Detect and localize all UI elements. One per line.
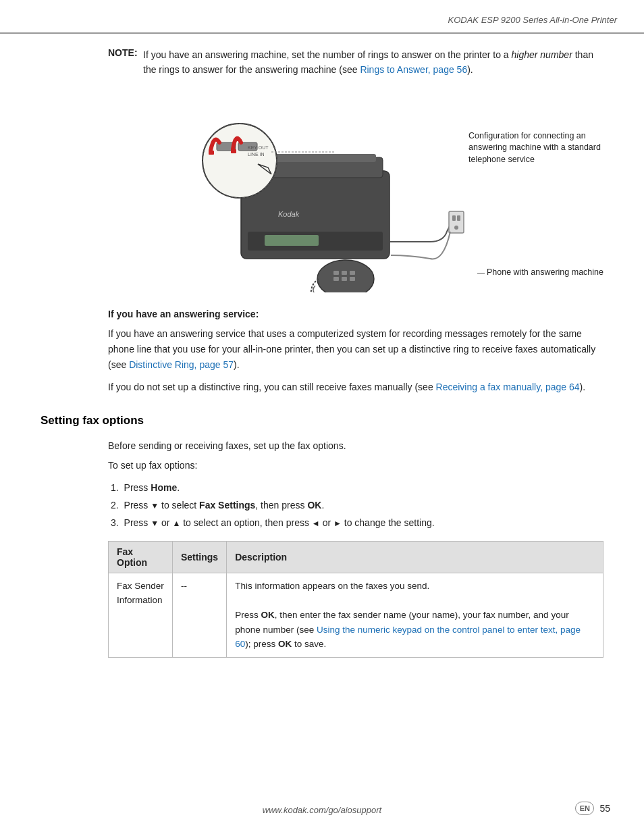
setting-fax-section: Setting fax options Before sending or re…	[41, 414, 603, 658]
note-text: If you have an answering machine, set th…	[143, 47, 603, 78]
fax-options-table: Fax Option Settings Description Fax Send…	[108, 541, 603, 658]
fax-settings-label: Fax Settings	[199, 500, 255, 511]
answering-para1: If you have an answering service that us…	[108, 326, 603, 373]
col-description: Description	[227, 541, 603, 573]
svg-rect-19	[333, 271, 339, 275]
svg-rect-3	[265, 235, 319, 246]
page-number: 55	[599, 803, 610, 814]
setting-fax-heading: Setting fax options	[41, 414, 603, 427]
rings-to-answer-link[interactable]: Rings to Answer, page 56	[360, 64, 467, 75]
svg-text:KEY OUT: KEY OUT	[248, 145, 269, 150]
cell-settings: --	[172, 573, 226, 657]
diagram-area: Kodak KEY OUT LINE IN	[41, 97, 603, 292]
en-badge: EN	[575, 802, 594, 815]
receiving-fax-link[interactable]: Receiving a fax manually, page 64	[436, 382, 580, 392]
answering-para2: If you do not set up a distinctive ring,…	[108, 380, 603, 395]
cell-fax-option: Fax SenderInformation	[109, 573, 173, 657]
col-settings: Settings	[172, 541, 226, 573]
svg-rect-24	[350, 277, 355, 281]
diagram-label-top: Configuration for connecting an answerin…	[468, 130, 603, 166]
note-block: NOTE: If you have an answering machine, …	[108, 47, 603, 78]
table-row: Fax SenderInformation -- This informatio…	[109, 573, 603, 657]
svg-text:Kodak: Kodak	[278, 210, 300, 218]
footer: www.kodak.com/go/aiosupport	[0, 805, 644, 815]
steps-list: 1. Press Home. 2. Press ▼ to select Fax …	[108, 480, 603, 531]
svg-text:LINE IN: LINE IN	[248, 152, 265, 157]
note-label: NOTE:	[108, 47, 143, 78]
arrow-right-icon: ►	[333, 517, 342, 530]
answering-heading: If you have an answering service:	[108, 309, 603, 319]
svg-rect-20	[342, 271, 347, 275]
ok-key-step2: OK	[307, 500, 321, 511]
diagram-labels: Configuration for connecting an answerin…	[455, 97, 603, 299]
svg-rect-21	[350, 271, 355, 275]
arrow-left-icon: ◄	[312, 517, 320, 530]
ok-key-desc: OK	[261, 610, 274, 620]
note-text-part1: If you have an answering machine, set th…	[143, 49, 512, 60]
home-key: Home	[151, 482, 177, 493]
svg-rect-23	[342, 277, 347, 281]
step-2: 2. Press ▼ to select Fax Settings, then …	[108, 498, 603, 514]
svg-rect-22	[333, 277, 339, 281]
diagram-label-bottom: — Phone with answering machine	[477, 267, 603, 279]
footer-url: www.kodak.com/go/aiosupport	[263, 805, 381, 815]
top-rule	[0, 32, 644, 34]
svg-rect-9	[209, 151, 214, 155]
arrow-down-icon-2: ▼	[151, 517, 159, 530]
arrow-up-icon: ▲	[172, 517, 180, 530]
table-header-row: Fax Option Settings Description	[109, 541, 603, 573]
svg-point-18	[317, 260, 374, 292]
header-title: KODAK ESP 9200 Series All-in-One Printer	[448, 15, 617, 25]
cell-description: This information appears on the faxes yo…	[227, 573, 603, 657]
arrow-down-icon: ▼	[151, 499, 159, 513]
arrow-label-bottom: —	[477, 268, 487, 276]
setting-fax-to-set: To set up fax options:	[108, 458, 603, 473]
note-text-italic: higher number	[512, 49, 572, 60]
note-text-end: ).	[467, 64, 473, 75]
setting-fax-intro: Before sending or receiving faxes, set u…	[108, 438, 603, 454]
footer-page-area: EN 55	[575, 802, 610, 815]
step-3: 3. Press ▼ or ▲ to select an option, the…	[108, 515, 603, 531]
diagram-svg: Kodak KEY OUT LINE IN	[160, 97, 484, 292]
svg-rect-10	[231, 149, 236, 153]
ok-key-save: OK	[278, 639, 292, 649]
col-fax-option: Fax Option	[109, 541, 173, 573]
step-1: 1. Press Home.	[108, 480, 603, 496]
answering-section: If you have an answering service: If you…	[108, 309, 603, 395]
distinctive-ring-link[interactable]: Distinctive Ring, page 57	[129, 359, 234, 370]
